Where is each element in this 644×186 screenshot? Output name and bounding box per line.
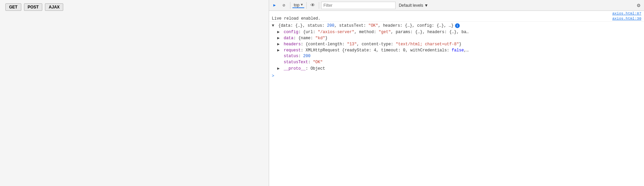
tree-request-row[interactable]: request : XMLHttpRequest {readyState: 4,… (272, 47, 641, 53)
source-link-2[interactable]: axios.html:30 (605, 17, 641, 21)
tree-status-row: status : 200 (272, 53, 641, 60)
tree-config-row[interactable]: config : {url: "/axios-server" , method:… (272, 29, 641, 35)
root-toggle-arrow[interactable] (272, 23, 276, 28)
default-levels-selector[interactable]: Default levels ▼ (397, 3, 430, 8)
info-icon: i (455, 23, 460, 28)
tree-root-row[interactable]: {data: {…}, status: 200, statusText: "OK… (272, 23, 641, 29)
source-link-1-row: axios.html:87 (269, 11, 644, 16)
toolbar-divider-2 (306, 2, 307, 9)
context-label: top (294, 3, 300, 7)
get-button[interactable]: GET (5, 3, 21, 11)
default-levels-label: Default levels ▼ (399, 3, 428, 8)
toolbar-divider-3 (319, 2, 319, 9)
tree-proto-row[interactable]: __proto__ : Object (272, 66, 641, 72)
post-button[interactable]: POST (24, 3, 43, 11)
bottom-arrow[interactable]: > (272, 74, 274, 78)
console-content: axios.html:87 Live reload enabled. axios… (269, 11, 644, 186)
proto-toggle-arrow[interactable] (277, 66, 281, 71)
tree-data-row[interactable]: data : {name: "kd" } (272, 35, 641, 41)
tree-headers-row[interactable]: headers : {content-length: "13" , conten… (272, 41, 641, 47)
devtools-toolbar: ▶ ⊘ top ▼ 👁 Default levels ▼ ⚙ (269, 0, 644, 11)
ajax-button[interactable]: AJAX (45, 3, 63, 11)
filter-input[interactable] (321, 2, 396, 9)
block-icon[interactable]: ⊘ (280, 1, 288, 9)
tree-statustext-row: statusText : "OK" (272, 60, 641, 66)
gear-icon[interactable]: ⚙ (635, 1, 643, 9)
devtools-panel: ▶ ⊘ top ▼ 👁 Default levels ▼ ⚙ axios.htm… (269, 0, 644, 186)
data-toggle-arrow[interactable] (277, 36, 281, 41)
headers-toggle-arrow[interactable] (277, 42, 281, 47)
chevron-down-icon: ▼ (301, 3, 303, 7)
live-reload-text: Live reload enabled. (272, 16, 320, 21)
bottom-input-row: > (269, 73, 644, 79)
context-selector-wrapper[interactable]: top ▼ (292, 3, 304, 8)
request-toggle-arrow[interactable] (277, 48, 281, 53)
eye-icon[interactable]: 👁 (309, 1, 317, 9)
toolbar-divider-1 (290, 2, 290, 9)
root-key-prefix (276, 23, 278, 28)
object-tree: {data: {…}, status: 200, statusText: "OK… (269, 22, 644, 73)
execute-icon[interactable]: ▶ (270, 1, 279, 9)
config-toggle-arrow[interactable] (277, 29, 281, 34)
source-link-1[interactable]: axios.html:87 (612, 11, 641, 16)
left-panel: GET POST AJAX (0, 0, 269, 186)
live-reload-line: Live reload enabled. axios.html:30 (269, 16, 644, 22)
